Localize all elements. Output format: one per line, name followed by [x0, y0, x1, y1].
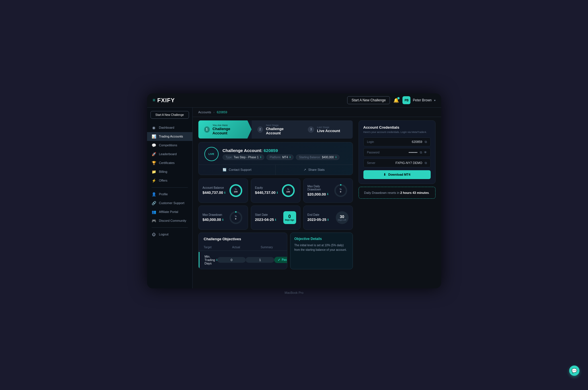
stat-daily-dd-info: Max Daily Drawdown $20,000.00 ℹ [308, 185, 333, 196]
sidebar-item-label: Certificates [159, 161, 175, 165]
stage-3[interactable]: 3 Last Stage Live Account [302, 120, 353, 139]
stat-balance-info: Account Balance $440,737.00 ℹ [203, 186, 225, 195]
stats-grid-bottom: Max Drawdown $40,000.00 ℹ [198, 206, 353, 230]
sidebar-item-label: Affiliate Portal [159, 210, 178, 214]
stage-1-title: Challenge Account [213, 127, 243, 135]
stat-end-date: End Date 2023-05-25 ℹ 30 Days Left [303, 206, 353, 230]
stat-max-dd-info: Max Drawdown $40,000.00 ℹ [203, 213, 223, 222]
account-badges: Type: Two Step - Phase 1 ℹ Platform: MT4 [223, 155, 340, 160]
download-icon: ⬇ [383, 173, 386, 176]
contact-support-button[interactable]: 🔄 Contact Support [199, 165, 276, 175]
notification-dot [397, 97, 400, 99]
login-copy-icon[interactable]: ⧉ [425, 140, 427, 144]
sidebar-item-label: Offers [159, 179, 168, 182]
affiliate-icon: 👥 [152, 210, 156, 214]
chat-button[interactable]: 💬 [569, 366, 579, 376]
sidebar-item-profile[interactable]: 👤 Profile [147, 190, 192, 199]
login-field: Login 620859 ⧉ [363, 137, 431, 146]
content-main: 1 You Are Here Challenge Account 2 Next … [193, 117, 359, 288]
leaderboard-icon: 🚀 [152, 152, 156, 156]
stats-grid-top: Account Balance $440,737.00 ℹ [198, 178, 353, 203]
credentials-panel: Account Credentials Here's your account … [359, 120, 436, 184]
drawdown-notice: Daily Drawdown resets in 2 hours 43 minu… [359, 187, 436, 199]
account-title-section: Challenge Account: 620859 Type: Two Step… [223, 148, 340, 160]
sidebar-item-leaderboard[interactable]: 🚀 Leaderboard [147, 150, 192, 159]
password-copy-icon[interactable]: ⧉ [420, 151, 422, 154]
sidebar-item-certificates[interactable]: 🏆 Certificates [147, 159, 192, 167]
account-title-text: Challenge Account: [223, 148, 264, 153]
notification-bell-button[interactable]: 🔔 [393, 98, 399, 103]
obj-details-title: Objective Details [294, 237, 349, 241]
user-menu[interactable]: PB Peter Brown ▾ [402, 96, 435, 104]
sidebar-item-trading-accounts[interactable]: 📊 Trading Accounts [147, 132, 192, 141]
competitions-icon: 💬 [152, 143, 156, 147]
chevron-down-icon: ▾ [434, 99, 436, 102]
balance-gauge: % 100 [228, 183, 244, 198]
billing-icon: 📁 [152, 170, 156, 174]
trading-accounts-icon: 📊 [152, 134, 156, 139]
sidebar-item-billing[interactable]: 📁 Billing [147, 167, 192, 176]
objective-row-1: Min. Trading Days ℹ 0 1 ✓ Passed [199, 252, 287, 268]
obj-details-text: The initial level is set at 10% (5% dail… [294, 243, 349, 252]
password-eye-icon[interactable]: 👁 [424, 151, 427, 154]
stat-end-info: End Date 2023-05-25 ℹ [308, 213, 329, 222]
share-icon: ↗ [304, 168, 306, 172]
stage-bar: 1 You Are Here Challenge Account 2 Next … [198, 120, 353, 139]
sidebar-item-competitions[interactable]: 💬 Competitions [147, 141, 192, 150]
new-challenge-button-top[interactable]: Start A New Challenge [347, 96, 390, 104]
sidebar-item-logout[interactable]: ⏻ Logout [147, 230, 192, 239]
objectives-section: Challenge Objectives Target Actual Summa… [198, 233, 353, 269]
download-mt4-button[interactable]: ⬇ Download MT4 [363, 170, 431, 179]
stage-3-title: Live Account [317, 129, 340, 133]
sidebar-item-label: Competitions [159, 143, 177, 147]
account-header: LIVE Challenge Account: 620859 [204, 147, 347, 161]
live-badge: LIVE [204, 147, 219, 161]
equity-gauge: % 100 [280, 183, 296, 198]
objectives-main: Challenge Objectives Target Actual Summa… [198, 233, 287, 269]
certificates-icon: 🏆 [152, 161, 156, 165]
stat-account-balance: Account Balance $440,737.00 ℹ [198, 178, 248, 203]
sidebar-item-label: Logout [159, 233, 169, 236]
sidebar-item-label: Dashboard [159, 126, 174, 129]
stat-max-drawdown: Max Drawdown $40,000.00 ℹ [198, 206, 248, 230]
sidebar-item-dashboard[interactable]: ◉ Dashboard [147, 123, 192, 132]
stat-start-date: Start Date 2023-04-25 ℹ 0 Days Ago [251, 206, 300, 230]
stage-3-num: 3 [308, 126, 314, 133]
account-panel: LIVE Challenge Account: 620859 [198, 142, 353, 175]
stat-max-daily-drawdown: Max Daily Drawdown $20,000.00 ℹ [303, 178, 353, 203]
passed-badge: ✓ Passed [274, 257, 287, 263]
target-val: 0 [217, 257, 246, 263]
macbook-bar: MacBook Pro [284, 288, 303, 297]
sidebar-item-affiliate-portal[interactable]: 👥 Affiliate Portal [147, 208, 192, 216]
stat-equity-info: Equity $440,737.00 ℹ [255, 186, 278, 195]
stage-2-num: 2 [257, 126, 263, 133]
stage-1-num: 1 [204, 126, 210, 133]
logo-text: FXIFY [157, 97, 175, 104]
sidebar-item-offers[interactable]: ⚡ Offers [147, 176, 192, 185]
breadcrumb-accounts[interactable]: Accounts [198, 110, 211, 114]
server-copy-icon[interactable]: ⧉ [425, 161, 427, 165]
new-challenge-button-sidebar[interactable]: Start A New Challenge [150, 111, 189, 119]
account-title: Challenge Account: 620859 [223, 148, 340, 153]
max-dd-gauge: % 0 [228, 210, 244, 225]
share-stats-button[interactable]: ↗ Share Stats [275, 165, 353, 175]
stage-1-info: You Are Here Challenge Account [213, 124, 243, 135]
password-field: Password •••••••• ⧉ 👁 [363, 148, 431, 157]
stat-equity: Equity $440,737.00 ℹ [251, 178, 300, 203]
badge-type: Type: Two Step - Phase 1 ℹ [223, 155, 265, 160]
stage-2-sub: Next Stage [266, 124, 296, 127]
stage-3-sub: Last Stage [317, 126, 340, 129]
stage-2[interactable]: 2 Next Stage Challenge Account [252, 120, 302, 139]
sidebar-item-customer-support[interactable]: 🔗 Customer Support [147, 199, 192, 208]
discord-icon: 🎮 [152, 219, 156, 223]
summary-val: ✓ Passed [274, 257, 287, 263]
sidebar-item-discord[interactable]: 🎮 Discord Community [147, 216, 192, 225]
daily-dd-gauge: % 0 [333, 183, 349, 198]
stage-1[interactable]: 1 You Are Here Challenge Account [198, 120, 252, 139]
actual-val: 1 [246, 257, 274, 263]
objectives-title: Challenge Objectives [199, 233, 287, 244]
objectives-detail: Objective Details The initial level is s… [290, 233, 353, 269]
topbar-right: Start A New Challenge 🔔 PB Peter Brown ▾ [347, 96, 435, 104]
breadcrumb-separator: › [213, 110, 215, 114]
logo-icon: ≡ [153, 98, 156, 103]
